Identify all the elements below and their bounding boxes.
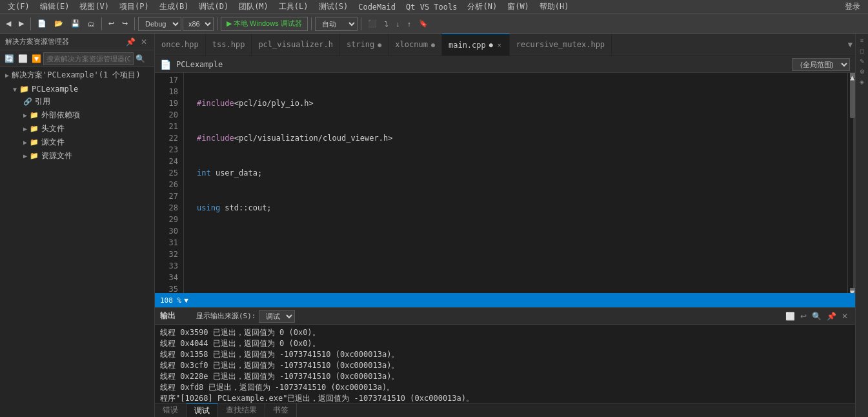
sidebar-item-refs[interactable]: 🔗 引用 [0, 95, 154, 108]
scroll-down-btn[interactable]: ▼ [850, 288, 855, 293]
run-debugger-btn[interactable]: ▶ 本地 Windows 调试器 [221, 17, 308, 31]
sidebar-item-resources[interactable]: ▶ 📁 资源文件 [0, 149, 154, 163]
sidebar-title: 解决方案资源管理器 [5, 37, 69, 46]
tab-tss-hpp[interactable]: tss.hpp [206, 34, 252, 56]
toolbar-open-btn[interactable]: 📂 [51, 17, 66, 31]
sidebar-item-external-deps[interactable]: ▶ 📁 外部依赖项 [0, 108, 154, 122]
headers-label: 头文件 [41, 123, 65, 134]
sidebar-pin-btn[interactable]: 📌 [124, 37, 137, 47]
code-editor[interactable]: #include<pcl/io/ply_io.h> #include<pcl/v… [184, 73, 847, 293]
tab-scroll-btn[interactable]: ▼ [845, 34, 855, 56]
code-line-22 [189, 272, 842, 283]
toolbar-sep2 [101, 17, 102, 30]
output-clear-btn[interactable]: ⬜ [783, 311, 797, 321]
toolbar-step-over-btn[interactable]: ⤵ [381, 17, 392, 31]
menu-tools[interactable]: 工具(L) [274, 0, 314, 14]
bottom-tab-debug[interactable]: 调试 [187, 403, 218, 418]
toolbar-step-into-btn[interactable]: ↓ [393, 17, 403, 31]
menu-project[interactable]: 项目(P) [114, 0, 154, 14]
scope-dropdown[interactable]: (全局范围) [792, 58, 850, 71]
debug-config-select[interactable]: Debug [138, 17, 181, 31]
menu-window[interactable]: 窗(W) [502, 0, 534, 14]
auto-select[interactable]: 自动 [315, 17, 358, 31]
tab-pcl-visualizer-label: pcl_visualizer.h [258, 40, 333, 49]
toolbar-forward-btn[interactable]: ▶ [15, 17, 27, 31]
sidebar-collapse-btn[interactable]: ⬜ [16, 54, 30, 64]
sidebar-refresh-btn[interactable]: 🔄 [3, 54, 16, 64]
file-type-icon: 📄 [160, 59, 171, 70]
toolbar-saveall-btn[interactable]: 🗂 [85, 17, 98, 31]
toolbar-new-btn[interactable]: 📄 [34, 17, 50, 31]
line-numbers: 17 18 19 20 21 22 23 24 25 26 27 28 29 3… [155, 73, 184, 293]
tab-once-hpp-label: once.hpp [161, 40, 199, 49]
menu-team[interactable]: 团队(M) [234, 0, 274, 14]
toolbar-redo-btn[interactable]: ↪ [119, 17, 131, 31]
main-layout: 解决方案资源管理器 📌 ✕ 🔄 ⬜ 🔽 🔍 ▶ 解决方案'PCLexample'… [0, 34, 868, 417]
bottom-tab-bookmarks[interactable]: 书签 [265, 403, 297, 417]
scroll-up-btn[interactable]: ▲ [850, 73, 855, 78]
menu-login[interactable]: 登录 [840, 0, 865, 14]
search-solution-input[interactable] [43, 52, 134, 65]
output-line-4: 线程 0x228e 已退出，返回值为 -1073741510 (0xc00001… [160, 371, 850, 382]
menu-file[interactable]: 文(F) [3, 0, 35, 14]
tree-res-arrow: ▶ [23, 152, 27, 159]
refs-label: 引用 [35, 96, 50, 107]
output-line-0: 线程 0x3590 已退出，返回值为 0 (0x0)。 [160, 327, 850, 338]
toolbar-breakpoint-btn[interactable]: ⬛ [365, 17, 380, 31]
toolbar-step-out-btn[interactable]: ↑ [404, 17, 414, 31]
menu-view[interactable]: 视图(V) [74, 0, 114, 14]
toolbar-bookmark-btn[interactable]: 🔖 [416, 17, 431, 31]
tab-pcl-visualizer[interactable]: pcl_visualizer.h [252, 34, 340, 56]
resources-label: 资源文件 [41, 150, 72, 161]
sidebar: 解决方案资源管理器 📌 ✕ 🔄 ⬜ 🔽 🔍 ▶ 解决方案'PCLexample'… [0, 34, 155, 417]
sidebar-item-sources[interactable]: ▶ 📁 源文件 [0, 136, 154, 149]
right-sidebar-btn-3[interactable]: ✎ [857, 57, 867, 66]
tab-xlocnum[interactable]: xlocnum ● [389, 34, 442, 56]
tab-recursive-mutex[interactable]: recursive_mutex.hpp [510, 34, 612, 56]
bottom-tab-errors[interactable]: 错误 [155, 403, 187, 417]
output-wrap-btn[interactable]: ↩ [798, 311, 809, 321]
output-line-1: 线程 0x4044 已退出，返回值为 0 (0x0)。 [160, 338, 850, 349]
output-pin-btn[interactable]: 📌 [825, 311, 838, 321]
sidebar-close-btn[interactable]: ✕ [139, 37, 149, 47]
tab-main-cpp[interactable]: main.cpp ● ✕ [442, 34, 510, 56]
sidebar-item-pcl[interactable]: ▼ 📁 PCLexample [0, 83, 154, 95]
menu-help[interactable]: 帮助(H) [534, 0, 574, 14]
zoom-bar: 108 % ▼ [155, 293, 855, 307]
toolbar-sep3 [134, 17, 135, 30]
tab-string[interactable]: string ● [340, 34, 389, 56]
output-find-btn[interactable]: 🔍 [810, 311, 823, 321]
toolbar-sep1 [30, 17, 31, 30]
menu-codemaid[interactable]: CodeMaid [353, 1, 401, 13]
toolbar-sep4 [217, 17, 217, 30]
menu-analyze[interactable]: 分析(N) [462, 0, 502, 14]
sidebar-item-headers[interactable]: ▶ 📁 头文件 [0, 122, 154, 136]
output-close-btn[interactable]: ✕ [840, 311, 850, 321]
right-sidebar-btn-4[interactable]: ⚙ [857, 67, 867, 76]
editor-scrollbar[interactable]: ▲ ▼ [847, 73, 855, 293]
sidebar-filter-btn[interactable]: 🔽 [30, 54, 43, 64]
tree-ext-arrow: ▶ [23, 112, 27, 119]
menu-debug[interactable]: 调试(D) [194, 0, 234, 14]
right-sidebar-btn-2[interactable]: ◻ [857, 46, 867, 56]
menu-qtvs[interactable]: Qt VS Tools [401, 1, 462, 13]
tab-xlocnum-modified: ● [431, 41, 435, 48]
menu-edit[interactable]: 编辑(E) [35, 0, 75, 14]
search-btn[interactable]: 🔍 [134, 54, 147, 64]
tab-once-hpp[interactable]: once.hpp [155, 34, 206, 56]
toolbar-back-btn[interactable]: ◀ [3, 17, 14, 31]
output-source-select[interactable]: 调试 [259, 310, 295, 323]
zoom-indicator: ▼ [184, 296, 188, 305]
right-sidebar-btn-1[interactable]: ≡ [857, 36, 867, 45]
platform-select[interactable]: x86 [183, 17, 214, 31]
right-sidebar-btn-5[interactable]: ◈ [857, 77, 867, 86]
tab-main-cpp-close[interactable]: ✕ [496, 41, 503, 49]
toolbar-undo-btn[interactable]: ↩ [105, 17, 117, 31]
menu-build[interactable]: 生成(B) [154, 0, 194, 14]
bottom-tab-find-results[interactable]: 查找结果 [218, 403, 265, 417]
resources-icon: 📁 [30, 152, 39, 160]
toolbar-save-btn[interactable]: 💾 [68, 17, 83, 31]
editor-area[interactable]: 17 18 19 20 21 22 23 24 25 26 27 28 29 3… [155, 73, 855, 293]
menu-test[interactable]: 测试(S) [314, 0, 354, 14]
ext-deps-label: 外部依赖项 [41, 110, 80, 121]
